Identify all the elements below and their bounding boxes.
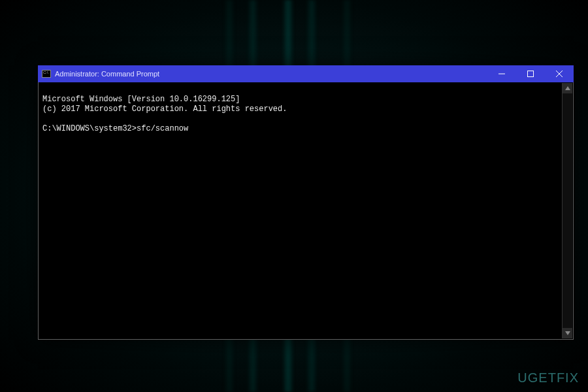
terminal-line: (c) 2017 Microsoft Corporation. All righ… bbox=[42, 105, 287, 114]
maximize-icon bbox=[527, 71, 534, 77]
chevron-up-icon bbox=[565, 86, 570, 90]
cmd-icon bbox=[42, 70, 51, 78]
titlebar[interactable]: Administrator: Command Prompt bbox=[38, 65, 574, 82]
scroll-down-button[interactable] bbox=[563, 328, 572, 338]
minimize-button[interactable] bbox=[487, 65, 516, 82]
watermark-logo: UGETFIX bbox=[517, 370, 579, 385]
scroll-track[interactable] bbox=[563, 93, 572, 328]
scrollbar[interactable] bbox=[562, 83, 572, 338]
terminal-prompt: C:\WINDOWS\system32> bbox=[42, 124, 137, 133]
watermark-text: UGETFIX bbox=[517, 370, 579, 385]
close-button[interactable] bbox=[545, 65, 574, 82]
window-title: Administrator: Command Prompt bbox=[55, 70, 159, 78]
scroll-up-button[interactable] bbox=[563, 83, 572, 93]
chevron-down-icon bbox=[565, 331, 570, 335]
command-prompt-window: Administrator: Command Prompt Microsoft … bbox=[38, 65, 574, 340]
terminal-line: Microsoft Windows [Version 10.0.16299.12… bbox=[42, 95, 240, 104]
terminal-area[interactable]: Microsoft Windows [Version 10.0.16299.12… bbox=[38, 82, 574, 340]
maximize-button[interactable] bbox=[516, 65, 545, 82]
terminal-command: sfc/scannow bbox=[137, 124, 188, 133]
close-icon bbox=[556, 71, 563, 77]
svg-rect-1 bbox=[528, 71, 534, 77]
minimize-icon bbox=[498, 71, 505, 77]
